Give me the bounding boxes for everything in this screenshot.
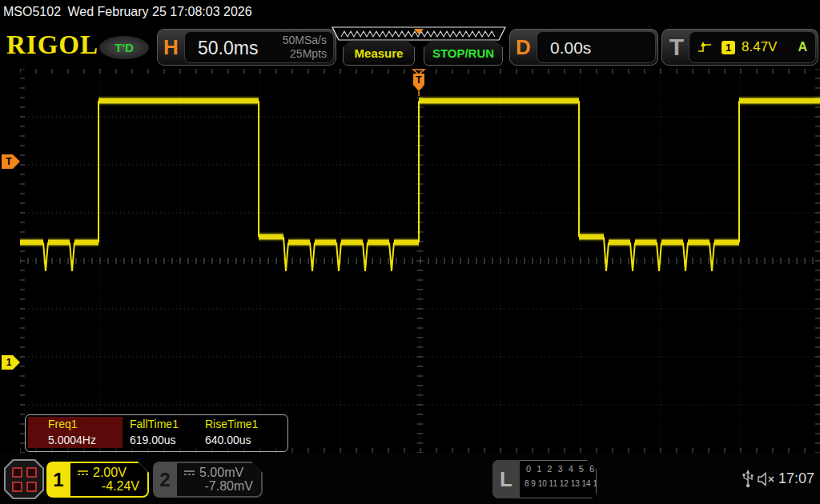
trigger-block[interactable]: T 1 8.47V A	[661, 29, 818, 66]
channel2-offset: -7.80mV	[205, 479, 253, 494]
channel2-scale: 5.00mV	[199, 466, 243, 480]
top-bar: MSO5102 Wed February 25 17:08:03 2026	[0, 0, 820, 24]
oscilloscope-screen: MSO5102 Wed February 25 17:08:03 2026 RI…	[0, 0, 820, 504]
measurement-label-freq: Freq1	[48, 418, 78, 430]
svg-text:T: T	[6, 156, 12, 167]
channel2-box[interactable]: 2 5.00mV -7.80mV	[153, 462, 263, 498]
svg-text:T: T	[416, 74, 422, 86]
trigger-status-label: T'D	[115, 41, 134, 54]
acquisition-info: 50MSa/s 25Mpts	[283, 34, 327, 61]
memory-depth: 25Mpts	[283, 47, 327, 61]
header-bar: RIGOL T'D H 50.0ms 50MSa/s 25Mpts Measur…	[0, 24, 820, 67]
channel1-offset: -4.24V	[102, 479, 139, 494]
trigger-status-badge: T'D	[99, 36, 149, 59]
trigger-level-marker[interactable]: T	[2, 154, 20, 169]
channel1-scale: 2.00V	[93, 466, 127, 480]
trigger-mode-badge: A	[798, 40, 807, 54]
timebase-value: 50.0ms	[198, 38, 258, 59]
trigger-panel: 1 8.47V A	[689, 31, 816, 63]
digital-row-0-7: 0 1 2 3 4 5 6 7	[526, 464, 606, 474]
speaker-muted-icon	[758, 472, 777, 486]
usb-icon	[742, 470, 754, 489]
scope-display: T	[20, 69, 820, 453]
menu-grid-icon[interactable]	[4, 459, 44, 499]
trigger-source-badge: 1	[722, 41, 735, 54]
measurement-label-falltime: FallTime1	[130, 418, 179, 430]
model-label: MSO5102	[3, 5, 61, 18]
measure-label: Measure	[355, 46, 404, 60]
measurement-panel[interactable]: Freq1 5.0004Hz FallTime1 619.00us RiseTi…	[25, 414, 288, 452]
rigol-logo: RIGOL	[6, 30, 98, 60]
measurement-label-risetime: RiseTime1	[205, 418, 258, 430]
delay-letter: D	[510, 30, 537, 65]
measure-button[interactable]: Measure	[343, 40, 415, 66]
trigger-level-value: 8.47V	[742, 39, 777, 55]
delay-panel: 0.00s	[537, 31, 656, 63]
delay-block[interactable]: D 0.00s	[509, 29, 658, 66]
digital-channels-box[interactable]: L 0 1 2 3 4 5 6 7 8 9 10 11 12 13 14 15	[492, 460, 597, 498]
channel2-badge: 2	[153, 462, 177, 498]
measurement-value-falltime: 619.00us	[130, 434, 176, 446]
trigger-letter: T	[664, 30, 689, 65]
channel1-box[interactable]: 1 2.00V -4.24V	[46, 462, 149, 498]
measurement-value-risetime: 640.00us	[205, 434, 251, 446]
digital-row-8-15: 8 9 10 11 12 13 14 15	[525, 479, 602, 488]
svg-text:1: 1	[6, 357, 12, 368]
timebase-block[interactable]: H 50.0ms 50MSa/s 25Mpts	[157, 29, 336, 66]
dc-coupling-icon	[183, 469, 195, 477]
trigger-slope-icon	[697, 41, 712, 54]
timebase-panel: 50.0ms 50MSa/s 25Mpts	[184, 31, 334, 63]
digital-label: L	[492, 460, 520, 498]
measurement-value-freq: 5.0004Hz	[48, 434, 96, 446]
channel1-badge: 1	[46, 462, 70, 498]
stop-run-button[interactable]: STOP/RUN	[424, 40, 503, 66]
bottom-bar: 1 2.00V -4.24V 2	[0, 453, 820, 504]
sample-rate: 50MSa/s	[283, 34, 327, 47]
delay-value: 0.00s	[550, 38, 591, 58]
clock-label: 17:07	[778, 470, 814, 487]
dc-coupling-icon	[77, 469, 89, 477]
stop-run-label: STOP/RUN	[432, 46, 494, 60]
timebase-letter: H	[158, 30, 184, 65]
datetime-label: Wed February 25 17:08:03 2026	[68, 5, 252, 18]
channel1-position-marker[interactable]: 1	[2, 355, 20, 370]
